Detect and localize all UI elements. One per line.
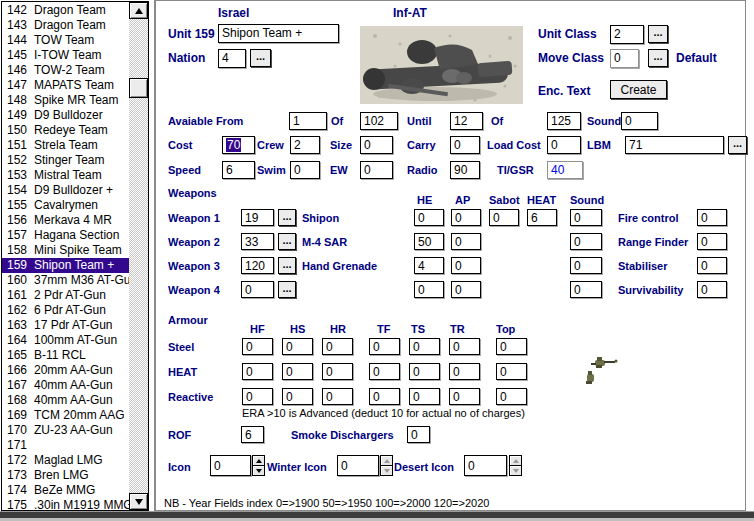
reactive-tr-field[interactable]: 0 [449,388,480,405]
size-field[interactable]: 0 [360,136,393,154]
weapon4-he-field[interactable]: 0 [414,281,444,298]
heat-hs-field[interactable]: 0 [282,363,313,380]
reactive-hf-field[interactable]: 0 [242,388,273,405]
weapon3-browse-button[interactable]: ... [278,257,296,274]
weapon1-sabot-field[interactable]: 0 [489,209,519,226]
move-class-browse-button[interactable]: ... [648,49,668,67]
list-item[interactable]: 142Dragon Team [2,3,129,18]
list-item[interactable]: 152Stinger Team [2,153,129,168]
list-item[interactable]: 1626 Pdr AT-Gun [2,303,129,318]
load-cost-field[interactable]: 0 [547,136,581,154]
ew-field[interactable]: 0 [360,161,393,179]
heat-top-field[interactable]: 0 [496,363,527,380]
weapon3-id-field[interactable]: 120 [241,257,274,274]
scrollbar-thumb[interactable] [129,78,148,98]
list-item[interactable]: 147MAPATS Team [2,78,129,93]
steel-tf-field[interactable]: 0 [369,338,400,355]
weapon4-sound-field[interactable]: 0 [570,281,602,298]
list-item[interactable]: 16037mm M36 AT-Gun [2,273,129,288]
list-item[interactable]: 143Dragon Team [2,18,129,33]
list-item[interactable]: 159Shipon Team + [2,258,129,273]
heat-tf-field[interactable]: 0 [369,363,400,380]
list-item[interactable]: 164100mm AT-Gun [2,333,129,348]
list-item[interactable]: 145I-TOW Team [2,48,129,63]
list-item[interactable]: 16620mm AA-Gun [2,363,129,378]
nation-browse-button[interactable]: ... [250,49,271,67]
swim-field[interactable]: 0 [290,161,320,179]
list-item[interactable]: 172Maglad LMG [2,453,129,468]
move-class-field[interactable]: 0 [610,49,639,68]
winter-spinner-down-icon[interactable] [380,465,393,476]
cost-field[interactable]: 70 [222,136,255,154]
tigsr-field[interactable]: 40 [547,161,583,179]
list-item[interactable]: 16317 Pdr AT-Gun [2,318,129,333]
carry-field[interactable]: 0 [450,136,480,154]
steel-top-field[interactable]: 0 [496,338,527,355]
steel-ts-field[interactable]: 0 [409,338,440,355]
scroll-up-button[interactable] [129,2,148,19]
weapon3-sound-field[interactable]: 0 [570,257,602,274]
list-item[interactable]: 153Mistral Team [2,168,129,183]
unit-list-scrollbar[interactable] [129,2,148,510]
reactive-top-field[interactable]: 0 [496,388,527,405]
until-of-field[interactable]: 125 [547,112,581,130]
weapon2-sound-field[interactable]: 0 [570,233,602,250]
list-item[interactable]: 146TOW-2 Team [2,63,129,78]
list-item[interactable]: 158Mini Spike Team [2,243,129,258]
reactive-hs-field[interactable]: 0 [282,388,313,405]
lbm-browse-button[interactable]: ... [728,136,747,154]
reactive-hr-field[interactable]: 0 [322,388,353,405]
desert-icon-spinner[interactable] [509,455,522,476]
list-item[interactable]: 174BeZe MMG [2,483,129,498]
weapon3-he-field[interactable]: 4 [414,257,444,274]
weapon4-id-field[interactable]: 0 [241,281,274,298]
unit-list[interactable]: 142Dragon Team143Dragon Team144TOW Team1… [1,1,149,511]
sound-field[interactable]: 0 [621,112,658,130]
nation-field[interactable]: 4 [218,49,246,68]
list-item[interactable]: 175.30in M1919 MMG [2,498,129,509]
speed-field[interactable]: 6 [222,161,255,179]
list-item[interactable]: 1612 Pdr AT-Gun [2,288,129,303]
weapon4-ap-field[interactable]: 0 [451,281,481,298]
weapon1-id-field[interactable]: 19 [241,209,274,226]
weapon1-ap-field[interactable]: 0 [451,209,481,226]
unit-class-browse-button[interactable]: ... [648,25,668,43]
list-item[interactable]: 16740mm AA-Gun [2,378,129,393]
weapon3-ap-field[interactable]: 0 [451,257,481,274]
list-item[interactable]: 165B-11 RCL [2,348,129,363]
heat-hf-field[interactable]: 0 [242,363,273,380]
steel-hr-field[interactable]: 0 [322,338,353,355]
crew-field[interactable]: 2 [290,136,320,154]
weapon1-sound-field[interactable]: 0 [570,209,602,226]
available-from-field[interactable]: 1 [289,112,327,130]
weapon2-browse-button[interactable]: ... [278,233,296,250]
list-item[interactable]: 148Spike MR Team [2,93,129,108]
list-item[interactable]: 157Hagana Section [2,228,129,243]
list-item[interactable]: 16840mm AA-Gun [2,393,129,408]
lbm-field[interactable]: 71 [625,136,724,154]
list-item[interactable]: 150Redeye Team [2,123,129,138]
winter-icon-field[interactable]: 0 [337,455,379,476]
stabiliser-field[interactable]: 0 [697,257,727,274]
list-item[interactable]: 155Cavalrymen [2,198,129,213]
reactive-ts-field[interactable]: 0 [409,388,440,405]
steel-tr-field[interactable]: 0 [449,338,480,355]
icon-field[interactable]: 0 [210,455,251,476]
survivability-field[interactable]: 0 [697,281,727,298]
list-item[interactable]: 173Bren LMG [2,468,129,483]
rof-field[interactable]: 6 [241,426,264,443]
unit-name-field[interactable]: Shipon Team + [218,24,339,43]
weapon2-id-field[interactable]: 33 [241,233,274,250]
weapon2-ap-field[interactable]: 0 [451,233,481,250]
heat-tr-field[interactable]: 0 [449,363,480,380]
fire-control-field[interactable]: 0 [697,209,727,226]
desert-icon-field[interactable]: 0 [464,455,507,476]
heat-ts-field[interactable]: 0 [409,363,440,380]
radio-field[interactable]: 90 [450,161,480,179]
weapon2-he-field[interactable]: 50 [414,233,444,250]
winter-icon-spinner[interactable] [380,455,393,476]
reactive-tf-field[interactable]: 0 [369,388,400,405]
available-of-field[interactable]: 102 [360,112,398,130]
list-item[interactable]: 170ZU-23 AA-Gun [2,423,129,438]
steel-hs-field[interactable]: 0 [282,338,313,355]
